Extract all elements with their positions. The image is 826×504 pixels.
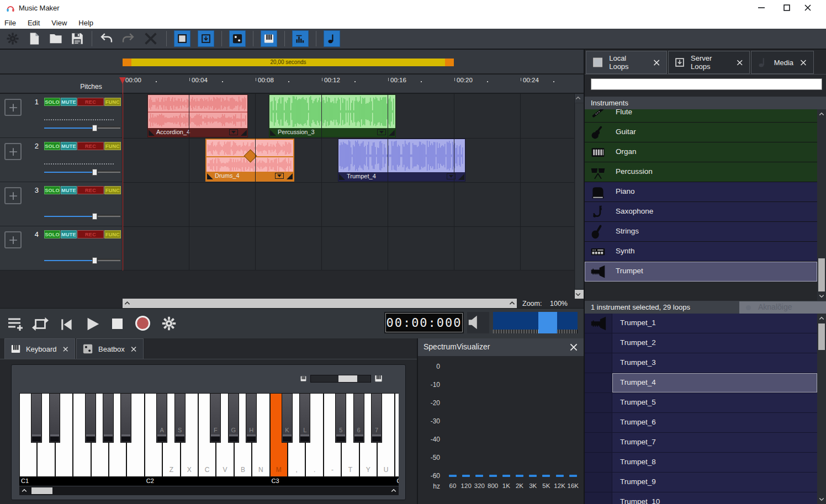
timeline-ruler[interactable]: Pitches 00:0000:0400:0800:1200:1600:2000… <box>0 75 584 94</box>
resize-handle-icon[interactable] <box>287 173 293 179</box>
tab-keyboard[interactable]: Keyboard <box>4 338 75 359</box>
track-volume-slider[interactable] <box>44 260 93 261</box>
undo-icon[interactable] <box>99 31 114 46</box>
instrument-row-piano[interactable]: Piano <box>585 182 817 202</box>
toggle-media-button[interactable] <box>324 30 340 47</box>
close-icon[interactable] <box>130 344 137 354</box>
track-volume-slider[interactable] <box>44 128 93 129</box>
playback-range-bar[interactable]: 20,00 seconds <box>123 59 454 66</box>
track-mute-button[interactable]: MUTE <box>61 230 77 238</box>
add-clip-button[interactable] <box>4 143 22 160</box>
tab-local-loops[interactable]: Local Loops <box>586 51 667 74</box>
keyboard-zoom-slider[interactable] <box>310 375 371 383</box>
black-key[interactable] <box>31 393 42 443</box>
menu-edit[interactable]: Edit <box>28 19 40 27</box>
fade-handle-icon[interactable] <box>207 173 213 179</box>
loop-row-trumpet_7[interactable]: Trumpet_7 <box>585 433 817 453</box>
chevron-right-icon[interactable] <box>509 300 516 307</box>
instrument-row-percussion[interactable]: Percussion <box>585 162 817 182</box>
loop-row-trumpet_1[interactable]: Trumpet_1 <box>585 314 817 333</box>
instrument-row-synth[interactable]: Synth <box>585 242 817 262</box>
piano-keyboard[interactable]: ZXCVBNM,.-TYUIASFGHKL567 <box>19 393 399 477</box>
black-key[interactable] <box>85 393 96 443</box>
black-key[interactable]: K <box>282 393 293 443</box>
search-input[interactable] <box>591 78 822 90</box>
track-func-button[interactable]: FUNC <box>104 142 121 150</box>
add-clip-button[interactable] <box>4 231 22 248</box>
instrument-row-saxophone[interactable]: Saxophone <box>585 202 817 222</box>
black-key[interactable]: 5 <box>335 393 346 443</box>
minimize-button[interactable] <box>753 2 770 15</box>
keyboard-zoom-thumb[interactable] <box>338 375 357 382</box>
scroll-up-button[interactable] <box>575 94 584 103</box>
transport-settings-gear-icon[interactable] <box>161 315 177 332</box>
toggle-visualizer-button[interactable] <box>292 30 309 47</box>
scrollbar-thumb[interactable] <box>575 103 584 289</box>
fade-handle-icon[interactable] <box>270 130 276 136</box>
chevron-down-icon[interactable] <box>818 496 825 502</box>
track-volume-handle[interactable] <box>92 257 97 264</box>
track-volume-handle[interactable] <box>92 125 97 131</box>
instrument-row-trumpet[interactable]: Trumpet <box>585 262 817 282</box>
chevron-down-icon[interactable] <box>818 293 825 299</box>
clip-percussion_3[interactable]: Percussion_3 <box>269 94 396 137</box>
add-clip-button[interactable] <box>4 187 22 204</box>
chevron-up-icon[interactable] <box>818 111 825 118</box>
instrument-row-organ[interactable]: Organ <box>585 142 817 162</box>
clip-trumpet_4[interactable]: Trumpet_4 <box>338 139 465 182</box>
arrangement-vertical-scrollbar[interactable] <box>574 94 584 299</box>
chevron-up-icon[interactable] <box>818 315 825 322</box>
instrument-row-flute[interactable]: Flute <box>585 109 817 123</box>
menu-file[interactable]: File <box>4 19 16 27</box>
chevron-left-icon[interactable] <box>124 300 131 307</box>
loop-row-trumpet_6[interactable]: Trumpet_6 <box>585 413 817 433</box>
range-end-handle[interactable] <box>445 59 454 66</box>
tab-server-loops[interactable]: Server Loops <box>668 51 750 74</box>
playhead-line[interactable] <box>123 77 123 270</box>
track-solo-button[interactable]: SOLO <box>44 186 60 194</box>
toggle-server-loops-button[interactable] <box>198 30 214 47</box>
instrument-row-guitar[interactable]: Guitar <box>585 123 817 142</box>
chevron-left-icon[interactable] <box>21 487 28 494</box>
black-key[interactable]: F <box>210 393 221 443</box>
fade-handle-icon[interactable] <box>339 174 345 180</box>
black-key[interactable]: G <box>228 393 239 443</box>
clip-drums_4[interactable]: Drums_4 <box>205 139 294 182</box>
clip-menu-button[interactable] <box>229 129 238 135</box>
loop-row-trumpet_2[interactable]: Trumpet_2 <box>585 333 817 353</box>
master-volume-slider[interactable] <box>493 312 578 333</box>
black-key[interactable] <box>120 393 131 443</box>
instruments-scrollbar[interactable] <box>817 109 826 301</box>
record-button[interactable] <box>135 316 150 331</box>
close-icon[interactable] <box>62 344 69 354</box>
keyboard-scrollbar[interactable] <box>19 486 399 495</box>
volume-mute-button[interactable] <box>467 312 489 333</box>
track-rec-button[interactable]: REC <box>77 98 104 106</box>
track-volume-handle[interactable] <box>92 169 97 176</box>
playhead-marker[interactable] <box>119 77 126 84</box>
track-mute-button[interactable]: MUTE <box>61 186 77 194</box>
clip-accordion_4[interactable]: Accordion_4 <box>147 94 248 137</box>
track-volume-slider[interactable] <box>44 216 93 217</box>
black-key[interactable] <box>103 393 114 443</box>
track-mute-button[interactable]: MUTE <box>61 98 77 106</box>
track-mute-button[interactable]: MUTE <box>61 142 77 150</box>
open-folder-icon[interactable] <box>49 31 63 46</box>
white-key[interactable]: I <box>395 393 399 477</box>
stop-button[interactable] <box>112 319 123 329</box>
track-func-button[interactable]: FUNC <box>104 230 121 238</box>
track-rec-button[interactable]: REC <box>77 142 104 150</box>
arrangement-horizontal-scrollbar[interactable] <box>123 299 517 308</box>
resize-handle-icon[interactable] <box>389 130 395 136</box>
fade-handle-icon[interactable] <box>149 130 155 136</box>
clip-menu-button[interactable] <box>275 173 284 179</box>
toggle-keyboard-button[interactable] <box>261 30 277 47</box>
black-key[interactable]: H <box>246 393 257 443</box>
instrument-row-strings[interactable]: Strings <box>585 222 817 242</box>
skip-start-icon[interactable] <box>59 317 74 332</box>
close-icon[interactable] <box>735 58 744 67</box>
black-key[interactable]: A <box>156 393 167 443</box>
tab-beatbox[interactable]: Beatbox <box>76 338 144 359</box>
tab-media[interactable]: Media <box>751 51 814 74</box>
save-icon[interactable] <box>70 31 84 46</box>
